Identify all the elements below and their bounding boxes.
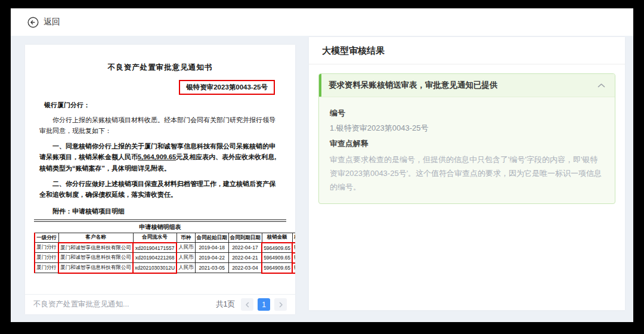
review-card-header[interactable]: 要求资料呆账核销送审表，审批意见通知已提供: [319, 74, 615, 97]
collapse-toggle[interactable]: [588, 74, 615, 97]
prev-page-button[interactable]: [241, 298, 253, 311]
table-header-row: 一级分行 客户名称 合同流水号 币种 合同起始日期 合同到期日期 核销金额 核销…: [35, 233, 295, 243]
writeoff-detail-table: 一级分行 客户名称 合同流水号 币种 合同起始日期 合同到期日期 核销金额 核销…: [34, 233, 295, 274]
page-number-button[interactable]: 1: [258, 298, 270, 311]
document-file-name: 不良资产处置审批意见通知...: [33, 299, 129, 310]
doc-paragraph-two: 二、你分行应做好上述核销项目保查及材料归档管理工作，建立核销后资产保全和追收制度…: [39, 178, 281, 200]
next-page-button[interactable]: [274, 298, 287, 311]
table-row: 厦门分行 厦门和诚智享信息科技有限公司 xd20210303012U 人民币 2…: [35, 263, 295, 273]
document-pagination-bar: 不良资产处置审批意见通知... 共1页 1: [25, 294, 295, 314]
doc-amount: 5,964,909.65: [138, 153, 176, 160]
document-page: 不良资产处置审批意见通知书 银特资审2023第0043-25号 银行厦门分行： …: [25, 45, 295, 294]
back-label: 返回: [44, 17, 60, 27]
back-button[interactable]: 返回: [27, 17, 60, 28]
field-label-number: 编号: [330, 108, 604, 119]
field-value-number: 1.银特资审2023第0043-25号: [330, 123, 604, 134]
doc-table-title: 申请核销明细表: [39, 222, 281, 233]
table-row: 厦门分行 厦门和诚智享信息科技有限公司 xd201904221268 人民币 2…: [35, 253, 295, 263]
chevron-left-icon: [244, 302, 250, 308]
explain-text: 审查点要求检查的是编号，但提供的信息中只包含了'编号'字段的内容，即'银特资审2…: [330, 153, 604, 194]
review-card-body: 编号 1.银特资审2023第0043-25号 审查点解释 审查点要求检查的是编号…: [319, 97, 615, 203]
document-title: 不良资产处置审批意见通知书: [39, 63, 281, 73]
explain-label: 审查点解释: [330, 138, 604, 149]
top-bar: 返回: [11, 8, 633, 36]
table-row: 厦门分行 厦门和诚智享信息科技有限公司 xd201904171557 人民币 2…: [35, 243, 295, 253]
review-result-card: 要求资料呆账核销送审表，审批意见通知已提供 编号 1.银特资审2023第0043…: [318, 73, 615, 204]
doc-salutation: 银行厦门分行：: [44, 101, 281, 110]
review-card-title: 要求资料呆账核销送审表，审批意见通知已提供: [321, 74, 588, 97]
doc-attachment-line: 附件：申请核销项目明细: [39, 207, 281, 216]
back-arrow-icon: [27, 17, 39, 28]
review-panel: 大模型审核结果 要求资料呆账核销送审表，审批意见通知已提供 编号 1.银特资审2…: [309, 37, 625, 310]
app-window: 返回 不良资产处置审批意见通知书 银特资审2023第0043-25号 银行厦门分…: [11, 8, 633, 322]
chevron-right-icon: [278, 302, 284, 308]
doc-paragraph-one: 一、同意核销你分行上报的关于厦门和诚智享信息科技有限公司呆账核销的申请呆账项目，…: [39, 141, 281, 173]
doc-paragraph-intro: 你分行上报的呆账核销项目材料收悉。经本部门会同有关部门研究并报行领导审批同意，现…: [39, 115, 281, 136]
page-total: 共1页: [216, 299, 235, 310]
review-panel-title: 大模型审核结果: [309, 37, 625, 64]
chevron-up-icon: [597, 80, 605, 91]
doc-number-highlight: 银特资审2023第0043-25号: [179, 80, 275, 95]
document-viewer: 不良资产处置审批意见通知书 银特资审2023第0043-25号 银行厦门分行： …: [25, 45, 295, 314]
